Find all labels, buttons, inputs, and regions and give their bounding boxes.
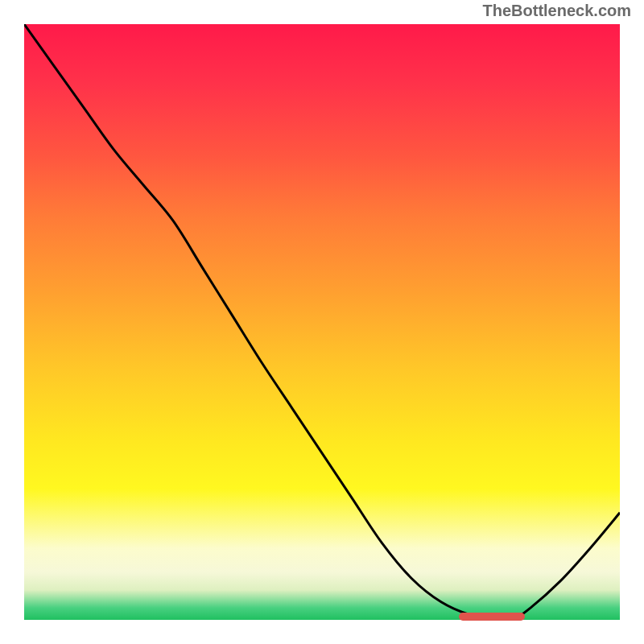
chart-curve-svg [24,24,620,620]
marker-segment [459,613,524,621]
curve-line [24,24,620,620]
chart-plot-area [24,24,620,620]
watermark-text: TheBottleneck.com [483,2,631,20]
